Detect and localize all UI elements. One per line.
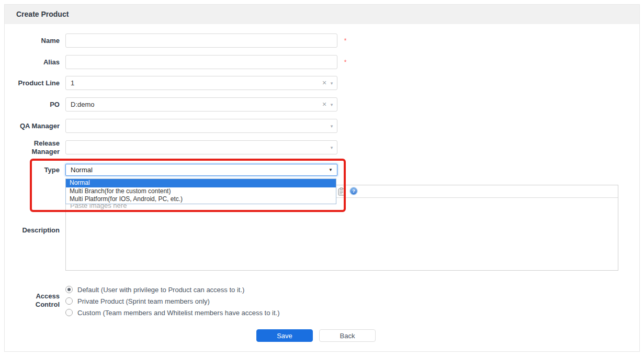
select-caret-icon: ▼ [327,164,334,175]
page-title: Create Product [5,5,639,24]
radio-unselected-icon[interactable] [65,297,73,305]
access-option-default[interactable]: Default (User with privilege to Product … [65,284,244,295]
alias-input[interactable] [65,55,337,69]
alias-label: Alias [11,55,60,69]
save-button[interactable]: Save [256,329,313,342]
help-icon[interactable]: ? [350,187,357,195]
type-option-multi-platform[interactable]: Multi Platform(for IOS, Android, PC, etc… [66,195,336,204]
chevron-down-icon[interactable]: ▾ [329,98,335,112]
radio-label[interactable]: Default (User with privilege to Product … [77,286,244,294]
release-manager-picker[interactable]: ▾ [65,140,337,154]
radio-label[interactable]: Custom (Team members and Whitelist membe… [77,309,280,317]
type-selected-value: Normal [71,164,93,175]
panel-header: Create Product [5,5,639,24]
access-control-label: Access Control [11,292,60,309]
description-label: Description [11,227,60,234]
product-line-label: Product Line [11,76,60,90]
type-dropdown-list: Normal Multi Branch(for the custom conte… [65,179,336,204]
product-line-picker[interactable]: 1 × ▾ [65,76,337,90]
chevron-down-icon[interactable]: ▾ [329,119,335,133]
radio-unselected-icon[interactable] [65,309,73,316]
type-option-normal[interactable]: Normal [66,179,336,187]
alias-required-marker: * [342,55,348,69]
name-label: Name [11,34,60,48]
qa-manager-label: QA Manager [11,119,60,133]
paste-clipboard-icon[interactable] [338,187,345,198]
name-required-marker: * [342,34,348,48]
access-option-custom[interactable]: Custom (Team members and Whitelist membe… [65,307,280,318]
chevron-down-icon[interactable]: ▾ [329,141,335,154]
name-input[interactable] [65,34,337,48]
create-product-panel: Create Product Name * Alias * Product Li… [4,4,640,352]
product-line-value: 1 [71,76,74,90]
type-select[interactable]: Normal ▼ [65,164,337,176]
access-option-private[interactable]: Private Product (Sprint team members onl… [65,296,210,306]
radio-selected-icon[interactable] [65,286,73,293]
description-input[interactable]: Paste images here [66,198,618,271]
qa-manager-picker[interactable]: ▾ [65,119,337,133]
po-value: D:demo [71,98,95,112]
release-manager-label: Release Manager [11,139,60,156]
radio-label[interactable]: Private Product (Sprint team members onl… [77,297,210,305]
po-picker[interactable]: D:demo × ▾ [65,97,337,112]
chevron-down-icon[interactable]: ▾ [329,76,335,90]
clear-icon[interactable]: × [321,98,328,112]
clear-icon[interactable]: × [321,76,328,90]
back-button[interactable]: Back [319,329,376,342]
type-option-multi-branch[interactable]: Multi Branch(for the custom content) [66,187,336,196]
type-label: Type [11,164,60,176]
po-label: PO [11,97,60,112]
